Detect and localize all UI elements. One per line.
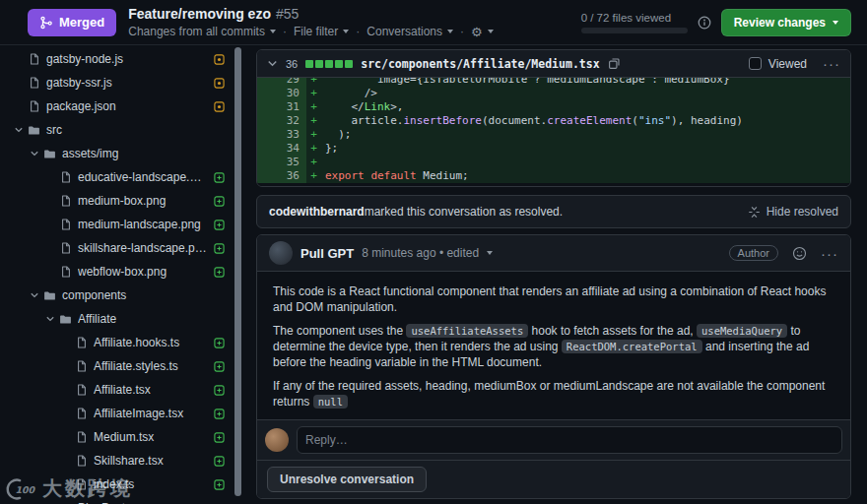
tree-file-skillshare-landscape-png[interactable]: skillshare-landscape.png: [0, 236, 233, 260]
comment-body: This code is a React functional componen…: [257, 272, 850, 419]
tree-file-gatsby-ssr-js[interactable]: gatsby-ssr.js: [0, 71, 233, 94]
comment-options-kebab-icon[interactable]: ···: [821, 246, 838, 261]
tree-folder-components[interactable]: components: [0, 284, 233, 307]
tree-item-label: components: [62, 288, 225, 302]
added-status-icon: [214, 243, 225, 254]
old-line-number-gutter: [257, 114, 281, 128]
comment-header: Pull GPT 8 minutes ago • edited Author ·…: [257, 235, 850, 272]
tree-file-skillshare-tsx[interactable]: Skillshare.tsx: [0, 449, 233, 472]
diff-line-32[interactable]: 32+ article.insertBefore(document.create…: [257, 114, 850, 128]
info-icon[interactable]: [698, 16, 711, 30]
tree-item-label: assets/img: [62, 147, 225, 160]
pr-header: Merged Feature/removing ezo#55 Changes f…: [0, 0, 867, 45]
viewed-toggle[interactable]: Viewed: [749, 57, 807, 71]
tree-folder-src[interactable]: src: [0, 118, 233, 142]
diff-settings-gear[interactable]: ⚙: [471, 26, 494, 38]
tree-file-educative-landscape-png[interactable]: educative-landscape.png: [0, 165, 233, 189]
commits-range-menu[interactable]: Changes from all commits: [128, 25, 276, 38]
code-line: export default Medium;: [321, 169, 850, 183]
unresolve-conversation-button[interactable]: Unresolve conversation: [267, 467, 427, 492]
old-line-number-gutter: [257, 128, 281, 142]
folder-icon: [59, 313, 72, 326]
tree-file-webflow-box-png[interactable]: webflow-box.png: [0, 260, 233, 284]
diff-line-34[interactable]: 34+};: [257, 142, 850, 156]
file-icon: [76, 384, 88, 396]
tree-file-affiliate-hooks-ts[interactable]: Affiliate.hooks.ts: [0, 331, 233, 354]
tree-file-package-json[interactable]: package.json: [0, 94, 233, 118]
added-status-icon: [214, 385, 225, 396]
tree-file-gatsby-node-js[interactable]: gatsby-node.js: [0, 47, 233, 71]
tree-item-label: Affiliate.styles.ts: [94, 359, 208, 373]
tree-folder-assets-img[interactable]: assets/img: [0, 142, 233, 165]
diff-line-36[interactable]: 36+export default Medium;: [257, 169, 850, 183]
viewed-checkbox[interactable]: [749, 57, 762, 70]
sidebar-scrollbar[interactable]: [233, 45, 242, 504]
diff-line-33[interactable]: 33+ );: [257, 128, 850, 142]
file-filter-menu[interactable]: File filter: [294, 25, 349, 38]
author-badge: Author: [729, 245, 778, 261]
scrollbar-thumb[interactable]: [234, 47, 241, 496]
diff-line-29[interactable]: 29+ image={isTabletOrMobile ? mediumLand…: [257, 78, 850, 87]
review-changes-button[interactable]: Review changes: [721, 9, 851, 36]
chevron-down-icon: [833, 21, 838, 25]
tree-file-affiliateimage-tsx[interactable]: AffiliateImage.tsx: [0, 402, 233, 425]
diff-line-35[interactable]: 35+: [257, 156, 850, 169]
tree-item-label: gatsby-ssr.js: [46, 76, 208, 90]
old-line-number-gutter: [257, 169, 281, 183]
code-line: [321, 156, 850, 169]
folder-icon: [43, 289, 56, 302]
comment-paragraph: This code is a React functional componen…: [273, 284, 834, 315]
added-status-icon: [214, 267, 225, 278]
file-icon: [29, 100, 40, 112]
line-number: 33: [281, 128, 306, 142]
file-icon: [29, 77, 40, 89]
file-diff-header: 36 src/components/Affiliate/Medium.tsx V…: [257, 50, 850, 78]
viewed-label: Viewed: [768, 57, 807, 71]
resolver-username[interactable]: codewithbernard: [269, 205, 365, 219]
merged-status-badge: Merged: [28, 9, 116, 36]
line-number: 32: [281, 114, 306, 128]
added-status-icon: [214, 361, 225, 372]
file-tree-sidebar: gatsby-node.jsgatsby-ssr.jspackage.jsons…: [0, 45, 233, 504]
tree-item-label: Medium.tsx: [94, 430, 208, 444]
tree-file-medium-tsx[interactable]: Medium.tsx: [0, 425, 233, 449]
tree-file-affiliate-styles-ts[interactable]: Affiliate.styles.ts: [0, 354, 233, 378]
avatar[interactable]: [269, 241, 293, 265]
folder-icon: [43, 148, 56, 160]
diffstat-addition-block: [325, 60, 333, 68]
copy-path-icon[interactable]: [608, 57, 621, 70]
added-status-icon: [214, 479, 225, 490]
tree-item-label: package.json: [46, 99, 208, 113]
tree-folder-affiliate[interactable]: Affiliate: [0, 307, 233, 331]
comment-author[interactable]: Pull GPT: [300, 246, 354, 261]
conversations-menu[interactable]: Conversations: [367, 25, 453, 38]
diff-add-sign: +: [306, 128, 321, 142]
tree-item-label: index.ts: [94, 477, 208, 491]
diff-line-31[interactable]: 31+ </Link>,: [257, 100, 850, 114]
hide-resolved-button[interactable]: Hide resolved: [748, 205, 838, 219]
tree-file-affiliate-tsx[interactable]: Affiliate.tsx: [0, 378, 233, 402]
inline-code: useAffiliateAssets: [406, 324, 528, 338]
diff-line-30[interactable]: 30+ />: [257, 87, 850, 100]
tree-file-medium-landscape-png[interactable]: medium-landscape.png: [0, 213, 233, 236]
pr-files-content: gatsby-node.jsgatsby-ssr.jspackage.jsons…: [0, 45, 867, 504]
diff-add-sign: +: [306, 87, 321, 100]
file-options-kebab-icon[interactable]: ···: [823, 56, 840, 71]
tree-file-index-ts[interactable]: index.ts: [0, 472, 233, 496]
chevron-down-icon: [270, 30, 276, 33]
chevron-down-icon: [45, 314, 55, 324]
add-reaction-smiley-icon[interactable]: [792, 246, 807, 261]
tree-item-label: Affiliate.tsx: [94, 383, 208, 397]
file-path: src/components/Affiliate/Medium.tsx: [361, 57, 599, 71]
tree-file-medium-box-png[interactable]: medium-box.png: [0, 189, 233, 213]
edit-history-caret-icon[interactable]: [487, 251, 493, 255]
tree-folder-blogpost[interactable]: BlogPost: [0, 496, 233, 504]
files-viewed-count: 0 / 72 files viewed: [581, 12, 671, 24]
collapse-file-chevron-icon[interactable]: [267, 58, 278, 69]
tree-item-label: medium-box.png: [78, 194, 208, 208]
file-icon: [60, 266, 72, 278]
code-line: />: [321, 87, 850, 100]
line-number: 29: [281, 78, 306, 87]
reply-input[interactable]: [297, 426, 842, 454]
diff-code-block: 29+ image={isTabletOrMobile ? mediumLand…: [257, 78, 850, 186]
